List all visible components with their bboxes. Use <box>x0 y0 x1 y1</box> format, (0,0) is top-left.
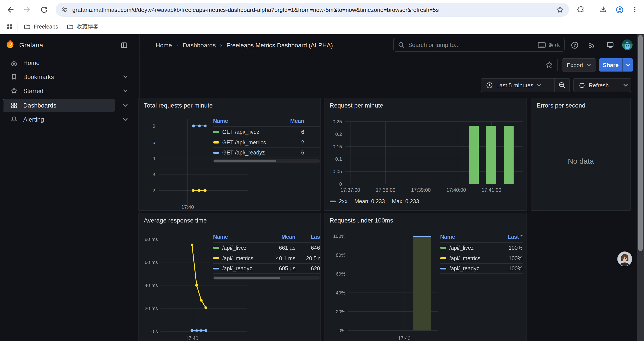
keyboard-icon <box>538 42 546 48</box>
legend-col-mean[interactable]: Mean <box>268 234 296 240</box>
legend-max: Max: 0.233 <box>392 198 419 204</box>
home-icon <box>10 59 18 66</box>
svg-text:0.2: 0.2 <box>335 131 342 137</box>
back-icon <box>6 6 14 14</box>
bell-icon <box>10 116 18 123</box>
panel-title[interactable]: Average response time <box>144 217 207 224</box>
brand-name: Grafana <box>19 34 43 56</box>
svg-text:0.25: 0.25 <box>332 119 342 124</box>
share-button[interactable]: Share <box>599 58 622 72</box>
legend: 2xx Mean: 0.233 Max: 0.233 <box>330 198 419 204</box>
panel-title[interactable]: Total requests per minute <box>144 102 212 109</box>
panel-requests-under-100ms: 100%80%60%40%20%0%17:40 Requests under 1… <box>324 213 527 341</box>
legend-table: Name Mean Las /api/_livez 661 µs 646 /ap… <box>213 232 320 274</box>
svg-text:3: 3 <box>152 172 155 177</box>
refresh-interval-button[interactable] <box>620 79 631 92</box>
time-range-picker[interactable]: Last 5 minutes <box>481 79 554 92</box>
bookmark-label: 收藏博客 <box>77 23 99 31</box>
export-button[interactable]: Export <box>562 58 596 72</box>
kebab-menu-icon <box>631 6 638 13</box>
panel-errors-per-second: Errors per second No data <box>531 98 631 211</box>
legend-table: Name Last * /api/_livez 100% /api/_metri… <box>440 232 522 274</box>
bookmark-icon <box>10 73 18 80</box>
bookmark-folder-blogs[interactable]: 收藏博客 <box>64 22 101 32</box>
chevron-down-icon[interactable] <box>123 76 128 78</box>
series-swatch <box>440 257 446 259</box>
page-scrollbar-thumb[interactable] <box>638 35 643 251</box>
dashboards-grid-icon <box>10 102 18 109</box>
extensions-button[interactable] <box>575 4 587 16</box>
svg-text:?: ? <box>574 43 576 48</box>
chevron-down-icon[interactable] <box>123 104 128 107</box>
svg-text:0%: 0% <box>338 328 346 333</box>
zoom-out-button[interactable] <box>554 79 570 92</box>
browser-menu-button[interactable] <box>629 4 641 16</box>
user-avatar-image <box>622 40 632 50</box>
refresh-button[interactable]: Refresh <box>574 79 620 92</box>
series-swatch <box>440 247 446 249</box>
request-per-minute-chart[interactable]: 0.250.20.150.10.05017:37:0017:38:0017:39… <box>324 98 526 210</box>
legend-col-mean[interactable]: Mean <box>278 118 304 124</box>
breadcrumb-dashboards[interactable]: Dashboards <box>182 42 216 49</box>
avatar-face-image <box>618 252 632 266</box>
series-swatch <box>213 257 219 259</box>
sidebar-item-home[interactable]: Home <box>4 56 115 69</box>
svg-text:17:37:00: 17:37:00 <box>340 187 360 193</box>
sidebar-item-label: Bookmarks <box>23 73 54 80</box>
svg-text:0.1: 0.1 <box>335 156 342 162</box>
forward-button[interactable] <box>21 4 33 16</box>
legend-header: Name Last * <box>440 232 522 242</box>
breadcrumb-separator: › <box>220 42 222 48</box>
sidebar-item-alerting[interactable]: Alerting <box>4 113 115 126</box>
svg-text:40%: 40% <box>336 290 346 295</box>
sidebar-toggle-button[interactable] <box>120 41 128 49</box>
no-data-message: No data <box>531 157 630 166</box>
back-button[interactable] <box>4 4 17 16</box>
clock-icon <box>486 82 493 88</box>
user-avatar[interactable] <box>622 40 632 50</box>
panel-title[interactable]: Requests under 100ms <box>330 217 393 224</box>
site-info-icon[interactable] <box>61 6 68 13</box>
breadcrumb-current: Freeleaps Metrics Dashboard (ALPHA) <box>226 42 333 49</box>
bookmark-folder-freeleaps[interactable]: Freeleaps <box>21 22 61 32</box>
series-swatch <box>213 142 219 144</box>
legend-scrollbar[interactable] <box>213 276 320 279</box>
sidebar-item-label: Starred <box>23 87 44 94</box>
search-input[interactable]: Search or jump to... ⌘+k <box>393 38 565 52</box>
apps-grid-button[interactable] <box>4 21 16 33</box>
svg-text:2: 2 <box>152 188 155 193</box>
legend-row: /api/_readyz 100% <box>440 263 522 274</box>
chevron-down-icon <box>624 84 628 87</box>
legend-row: /api/_readyz 605 µs 620 <box>213 263 320 274</box>
help-button[interactable]: ? <box>571 41 579 49</box>
sidebar-item-bookmarks[interactable]: Bookmarks <box>4 70 115 83</box>
share-menu-button[interactable] <box>623 58 633 72</box>
chevron-down-icon[interactable] <box>123 118 128 121</box>
star-dashboard-button[interactable] <box>545 61 554 69</box>
profile-button[interactable] <box>613 4 626 16</box>
panel-title[interactable]: Request per minute <box>330 102 383 109</box>
breadcrumb-home[interactable]: Home <box>156 42 172 49</box>
downloads-button[interactable] <box>597 4 609 16</box>
kiosk-mode-button[interactable] <box>606 41 614 49</box>
panel-title[interactable]: Errors per second <box>536 102 586 109</box>
sidebar-item-dashboards[interactable]: Dashboards <box>4 99 115 112</box>
svg-text:80%: 80% <box>336 252 346 258</box>
chevron-down-icon[interactable] <box>123 90 128 92</box>
url-bar[interactable]: grafana.mathmast.com/d/deytv4rwavabkb/fr… <box>56 3 569 17</box>
series-swatch <box>213 268 219 270</box>
reload-button[interactable] <box>38 4 50 16</box>
grafana-flame-icon <box>5 39 15 48</box>
legend-row: GET /api/_metrics 2 <box>213 137 320 147</box>
search-shortcut: ⌘+k <box>538 42 560 48</box>
bookmark-star-icon[interactable] <box>556 6 564 14</box>
legend-scrollbar[interactable] <box>213 159 320 163</box>
news-rss-button[interactable] <box>588 41 596 49</box>
floating-extension-avatar[interactable] <box>617 251 632 266</box>
legend-col-last[interactable]: Las <box>296 234 320 240</box>
legend-row: /api/_metrics 100% <box>440 253 522 263</box>
forward-icon <box>23 6 31 14</box>
legend-col-last[interactable]: Last * <box>492 234 522 240</box>
sidebar-item-starred[interactable]: Starred <box>4 84 115 97</box>
grafana-logo[interactable] <box>5 39 15 48</box>
